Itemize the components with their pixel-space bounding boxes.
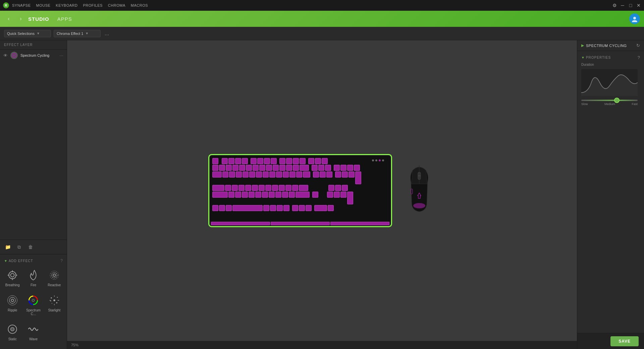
key-num4[interactable] [328,185,334,191]
key-o[interactable] [276,171,282,178]
key-rbracket[interactable] [296,171,302,178]
menu-macros[interactable]: MACROS [131,3,148,7]
key-num9[interactable] [348,171,355,178]
key-backspace[interactable] [300,165,309,171]
key-minus[interactable] [286,165,292,171]
minimize-button[interactable]: ─ [620,3,625,8]
key-comma[interactable] [275,192,281,198]
key-3[interactable] [232,165,238,171]
menu-keyboard[interactable]: KEYBOARD [56,3,77,7]
effect-spectrum-cycling[interactable]: Spectrum C... [23,291,43,318]
key-f3[interactable] [235,158,241,164]
key-up[interactable] [312,192,318,198]
layer-visibility-icon[interactable]: 👁 [3,53,8,58]
effect-static[interactable]: Static [3,320,22,344]
help-icon[interactable]: ? [60,258,63,263]
key-tab[interactable] [212,171,222,178]
key-numdel[interactable] [328,205,334,211]
key-pgdn[interactable] [326,171,332,178]
key-prtsc[interactable] [308,158,314,164]
key-1[interactable] [219,165,225,171]
key-num6[interactable] [342,185,348,191]
maximize-button[interactable]: □ [628,3,633,8]
key-backslash[interactable] [303,171,310,178]
key-k[interactable] [272,185,278,191]
key-l[interactable] [279,185,285,191]
settings-button[interactable]: ⚙ [612,3,617,8]
bottom-strip-key[interactable] [211,222,270,225]
key-insert[interactable] [312,165,318,171]
nav-studio-label[interactable]: STUDIO [28,16,49,22]
key-h[interactable] [259,185,265,191]
key-num8[interactable] [342,171,348,178]
keyboard-container[interactable] [210,155,391,226]
key-z[interactable] [228,192,234,198]
key-f[interactable] [245,185,251,191]
key-menu[interactable] [277,205,283,211]
menu-mouse[interactable]: MOUSE [36,3,50,7]
properties-collapse-icon[interactable]: ▼ [581,56,585,59]
key-e[interactable] [236,171,242,178]
key-rshift[interactable] [296,192,310,198]
key-a[interactable] [225,185,231,191]
menu-profiles[interactable]: PROFILES [83,3,102,7]
key-backtick[interactable] [212,165,218,171]
layer-more-icon[interactable]: ··· [59,53,63,58]
key-enter[interactable] [299,185,308,191]
key-space[interactable] [232,205,263,211]
key-v[interactable] [249,192,255,198]
duplicate-layer-button[interactable]: ⧉ [15,243,23,251]
key-numplus[interactable] [355,171,361,184]
key-8[interactable] [266,165,272,171]
layer-item[interactable]: 👁 Spectrum Cycling ··· [0,50,67,61]
key-num3[interactable] [340,192,346,198]
key-ralt[interactable] [263,205,269,211]
nav-back-button[interactable]: ‹ [4,14,13,23]
key-num7[interactable] [335,171,341,178]
nav-apps-label[interactable]: APPS [57,16,72,22]
key-f6[interactable] [257,158,263,164]
key-9[interactable] [273,165,279,171]
key-m[interactable] [269,192,275,198]
key-r[interactable] [243,171,249,178]
key-capslock[interactable] [212,185,224,191]
key-numlock[interactable] [334,165,340,171]
effect-reactive[interactable]: Reactive [45,266,64,290]
key-u[interactable] [263,171,269,178]
bottom-strip-key[interactable] [330,222,389,225]
key-nummul[interactable] [347,165,353,171]
key-num1[interactable] [327,192,333,198]
key-4[interactable] [239,165,245,171]
key-num2[interactable] [334,192,340,198]
key-period[interactable] [282,192,288,198]
key-n[interactable] [262,192,268,198]
key-num0[interactable] [314,205,327,211]
key-numdiv[interactable] [340,165,346,171]
key-lctrl[interactable] [212,205,218,211]
key-fn[interactable] [270,205,276,211]
key-c[interactable] [242,192,248,198]
menu-synapse[interactable]: SYNAPSE [12,3,31,7]
add-effects-collapse-icon[interactable]: ▼ [4,259,7,263]
chroma-effect-dropdown[interactable]: Chroma Effect 1 ▼ [54,30,101,37]
key-2[interactable] [226,165,232,171]
menu-chroma[interactable]: CHROMA [108,3,125,7]
key-down[interactable] [299,205,305,211]
effect-breathing[interactable]: Breathing [3,266,22,290]
delete-layer-button[interactable]: 🗑 [26,243,35,251]
key-f11[interactable] [293,158,299,164]
refresh-icon[interactable]: ↻ [636,43,640,48]
key-j[interactable] [265,185,271,191]
mouse-container[interactable] [404,165,434,216]
key-right[interactable] [306,205,312,211]
key-home[interactable] [318,165,324,171]
key-f1[interactable] [222,158,228,164]
key-pause[interactable] [322,158,328,164]
key-g[interactable] [252,185,258,191]
key-lalt[interactable] [226,205,232,211]
key-s[interactable] [232,185,238,191]
key-rctrl[interactable] [283,205,289,211]
effect-starlight[interactable]: Starlight [45,291,64,318]
key-f5[interactable] [251,158,257,164]
key-6[interactable] [253,165,259,171]
